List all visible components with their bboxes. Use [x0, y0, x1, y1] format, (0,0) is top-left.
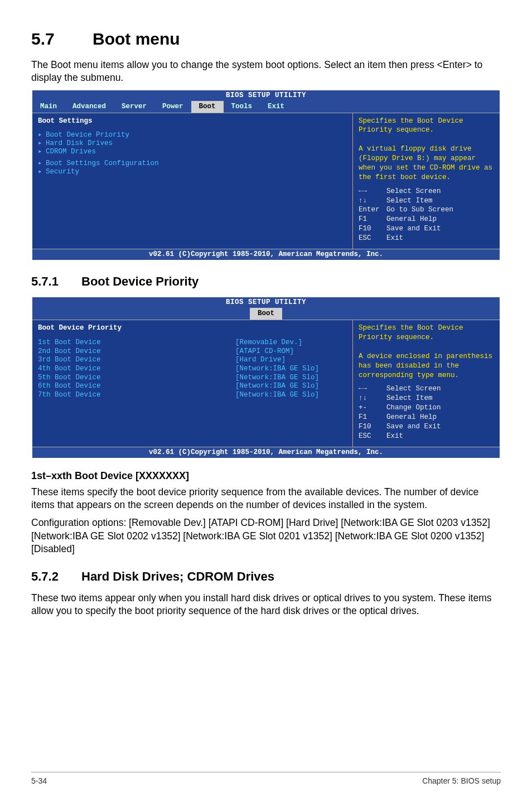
key-label: F1: [359, 215, 386, 224]
menu-server[interactable]: Server: [114, 101, 154, 113]
triangle-icon: ▸: [38, 160, 46, 168]
menu-main[interactable]: Main: [32, 101, 65, 113]
key-label: F1: [359, 413, 386, 422]
bios-help-pane: Specifies the Boot Device Priority seque…: [353, 320, 500, 447]
bios-key-help: ←→Select Screen ↑↓Select Item EnterGo to…: [359, 187, 495, 243]
subsection-title: Hard Disk Drives; CDROM Drives: [81, 569, 274, 583]
opt-value: [Network:IBA GE Slo]: [235, 391, 347, 400]
menu-power[interactable]: Power: [154, 101, 191, 113]
triangle-icon: ▸: [38, 148, 46, 156]
opt-value: [Network:IBA GE Slo]: [235, 365, 347, 374]
page-footer: 5-34 Chapter 5: BIOS setup: [31, 772, 501, 786]
key-label: ←→: [359, 384, 386, 394]
menu-exit[interactable]: Exit: [260, 101, 292, 113]
table-row[interactable]: 5th Boot Device[Network:IBA GE Slo]: [38, 374, 347, 383]
key-desc: Select Screen: [386, 187, 441, 195]
key-label: F10: [359, 422, 386, 432]
menu-tools[interactable]: Tools: [224, 101, 260, 113]
bios-help-text: Specifies the Boot Device Priority seque…: [359, 117, 495, 182]
opt-value: [Hard Drive]: [235, 356, 347, 365]
key-label: ↑↓: [359, 196, 386, 206]
bios-help-text: Specifies the Boot Device Priority seque…: [359, 323, 495, 380]
menu-boot[interactable]: Boot: [191, 101, 224, 113]
table-row[interactable]: 6th Boot Device[Network:IBA GE Slo]: [38, 382, 347, 391]
subsection-heading: 5.7.2Hard Disk Drives; CDROM Drives: [31, 568, 501, 585]
bios-left-pane: Boot Device Priority 1st Boot Device[Rem…: [32, 320, 353, 447]
list-item[interactable]: ▸Boot Device Priority: [38, 131, 347, 139]
intro-paragraph: The Boot menu items allow you to change …: [31, 59, 501, 85]
bios-key-help: ←→Select Screen ↑↓Select Item +-Change O…: [359, 384, 495, 441]
table-row[interactable]: 3rd Boot Device[Hard Drive]: [38, 356, 347, 365]
subsection-title: Boot Device Priority: [81, 274, 199, 288]
menu-boot[interactable]: Boot: [250, 308, 282, 320]
key-label: +-: [359, 403, 386, 413]
key-label: ←→: [359, 187, 386, 196]
triangle-icon: ▸: [38, 168, 46, 176]
opt-label: 4th Boot Device: [38, 365, 235, 374]
key-desc: Go to Sub Screen: [386, 206, 453, 214]
opt-label: 1st Boot Device: [38, 339, 235, 347]
bios-box-boot-priority: BIOS SETUP UTILITY Boot Boot Device Prio…: [31, 296, 501, 458]
opt-label: 7th Boot Device: [38, 391, 235, 400]
opt-value: [Network:IBA GE Slo]: [235, 382, 347, 391]
list-item[interactable]: ▸CDROM Drives: [38, 148, 347, 156]
opt-label: 2nd Boot Device: [38, 347, 235, 356]
table-row[interactable]: 1st Boot Device[Removable Dev.]: [38, 339, 347, 347]
subsection-number: 5.7.2: [31, 568, 81, 585]
key-desc: Save and Exit: [386, 423, 441, 431]
section-heading: 5.7Boot menu: [31, 28, 501, 51]
key-desc: Exit: [386, 234, 403, 242]
key-desc: Select Screen: [386, 385, 441, 393]
key-label: ↑↓: [359, 394, 386, 403]
triangle-icon: ▸: [38, 139, 46, 148]
bios-footer: v02.61 (C)Copyright 1985-2010, American …: [32, 249, 500, 260]
key-desc: Exit: [386, 432, 403, 440]
item-cdrom-drives: CDROM Drives: [46, 148, 96, 156]
chapter-label: Chapter 5: BIOS setup: [422, 776, 501, 786]
opt-value: [ATAPI CD-ROM]: [235, 347, 347, 356]
bios-title: BIOS SETUP UTILITY: [32, 297, 500, 308]
bios-menubar: Main Advanced Server Power Boot Tools Ex…: [32, 101, 500, 113]
item-boot-settings-config: Boot Settings Configuration: [46, 160, 159, 168]
list-item[interactable]: ▸Security: [38, 168, 347, 176]
bios-footer: v02.61 (C)Copyright 1985-2010, American …: [32, 447, 500, 458]
opt-label: 5th Boot Device: [38, 374, 235, 383]
table-row[interactable]: 4th Boot Device[Network:IBA GE Slo]: [38, 365, 347, 374]
bios-left-pane: Boot Settings ▸Boot Device Priority ▸Har…: [32, 113, 353, 249]
section-title: Boot menu: [93, 30, 180, 48]
key-desc: Change Option: [386, 404, 441, 412]
bios-help-pane: Specifies the Boot Device Priority seque…: [353, 113, 500, 249]
opt-label: 3rd Boot Device: [38, 356, 235, 365]
option-config-options: Configuration options: [Removable Dev.] …: [31, 516, 501, 556]
item-hard-disk-drives: Hard Disk Drives: [46, 139, 113, 148]
bios-menubar: Boot: [32, 308, 500, 320]
option-heading: 1st–xxth Boot Device [XXXXXXX]: [31, 469, 501, 482]
opt-label: 6th Boot Device: [38, 382, 235, 391]
subsection-heading: 5.7.1Boot Device Priority: [31, 273, 501, 290]
menu-advanced[interactable]: Advanced: [65, 101, 114, 113]
key-label: ESC: [359, 234, 386, 243]
table-row[interactable]: 7th Boot Device[Network:IBA GE Slo]: [38, 391, 347, 400]
item-boot-device-priority: Boot Device Priority: [46, 131, 129, 139]
key-label: F10: [359, 224, 386, 234]
key-label: ESC: [359, 432, 386, 441]
option-paragraph: These items specify the boot device prio…: [31, 486, 501, 512]
section-number: 5.7: [31, 28, 93, 51]
list-item[interactable]: ▸Hard Disk Drives: [38, 139, 347, 148]
key-desc: General Help: [386, 215, 437, 223]
triangle-icon: ▸: [38, 131, 46, 139]
opt-value: [Removable Dev.]: [235, 339, 347, 347]
bios-box-boot-settings: BIOS SETUP UTILITY Main Advanced Server …: [31, 89, 501, 261]
bios-pane-heading: Boot Device Priority: [38, 323, 347, 333]
page-number: 5-34: [31, 776, 47, 786]
key-desc: Select Item: [386, 197, 433, 205]
key-desc: Select Item: [386, 394, 433, 402]
key-label: Enter: [359, 205, 386, 215]
opt-value: [Network:IBA GE Slo]: [235, 374, 347, 383]
list-item[interactable]: ▸Boot Settings Configuration: [38, 160, 347, 168]
subsection-number: 5.7.1: [31, 273, 81, 290]
item-security: Security: [46, 168, 79, 176]
bios-pane-heading: Boot Settings: [38, 117, 347, 126]
key-desc: Save and Exit: [386, 225, 441, 233]
table-row[interactable]: 2nd Boot Device[ATAPI CD-ROM]: [38, 347, 347, 356]
